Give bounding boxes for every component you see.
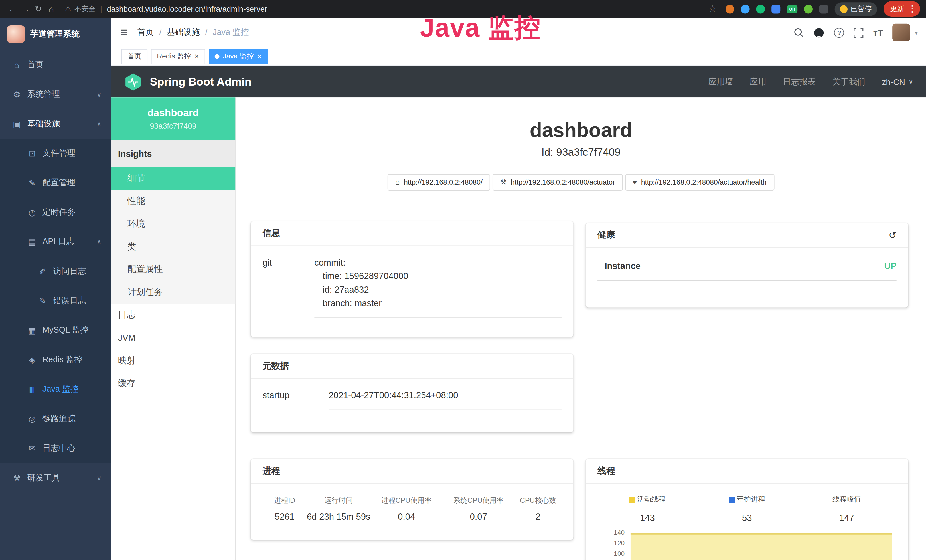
- active-threads-value: 143: [598, 513, 697, 523]
- sidebar-item-file-management[interactable]: ⊡ 文件管理: [0, 139, 111, 168]
- sba-brand[interactable]: Spring Boot Admin: [124, 72, 251, 91]
- browser-chrome: ← → ↻ ⌂ ⚠ 不安全 | dashboard.yudao.iocoder.…: [0, 0, 926, 18]
- extension-icon-green-circle[interactable]: [756, 5, 765, 14]
- locale-selector[interactable]: zh-CN ∨: [882, 77, 913, 86]
- chevron-up-icon: ∧: [97, 238, 101, 246]
- breadcrumb-separator: /: [159, 28, 162, 37]
- health-card-title: 健康: [598, 230, 615, 241]
- extension-icon-leaf[interactable]: [804, 5, 813, 14]
- sba-nav-wallboard[interactable]: 应用墙: [708, 76, 733, 87]
- breadcrumb-infrastructure[interactable]: 基础设施: [167, 27, 200, 38]
- sidebar-item-api-logs[interactable]: ▤ API 日志 ∧: [0, 227, 111, 256]
- address-bar[interactable]: ⚠ 不安全 | dashboard.yudao.iocoder.cn/infra…: [65, 4, 706, 14]
- tags-view: 首页 Redis 监控 × Java 监控 ×: [111, 47, 926, 66]
- instance-header[interactable]: dashboard 93a3fc7f7409: [111, 97, 235, 140]
- chrome-update-button[interactable]: 更新 ⋮: [884, 1, 920, 17]
- extension-icon-dark-puzzle[interactable]: [819, 5, 828, 14]
- smiley-icon: [840, 5, 847, 13]
- y-axis-tick: 140: [598, 529, 625, 536]
- sidebar-item-config-management[interactable]: ✎ 配置管理: [0, 168, 111, 197]
- bookmark-star-icon[interactable]: ☆: [706, 3, 719, 14]
- process-id-value: 5261: [262, 512, 307, 522]
- url-separator: |: [100, 5, 102, 14]
- breadcrumb-home[interactable]: 首页: [138, 27, 154, 38]
- avatar[interactable]: [892, 24, 910, 41]
- locale-label: zh-CN: [882, 77, 905, 86]
- sba-item-details[interactable]: 细节: [111, 167, 235, 190]
- tab-java-monitor[interactable]: Java 监控 ×: [209, 49, 268, 64]
- sba-item-jvm[interactable]: JVM: [111, 326, 235, 349]
- sidebar-item-home[interactable]: ⌂ 首页: [0, 50, 111, 80]
- wrench-icon: ⚒: [500, 178, 507, 186]
- sidebar-item-infrastructure[interactable]: ▣ 基础设施 ∧: [0, 109, 111, 139]
- help-icon[interactable]: ?: [834, 27, 844, 37]
- sba-item-beans[interactable]: 类: [111, 235, 235, 258]
- sidebar-item-redis-monitor[interactable]: ◈ Redis 监控: [0, 345, 111, 375]
- sba-item-environment[interactable]: 环境: [111, 212, 235, 235]
- app-logo: [7, 25, 25, 43]
- sba-item-metrics[interactable]: 性能: [111, 190, 235, 212]
- sidebar-item-label: 研发工具: [27, 473, 60, 483]
- close-icon[interactable]: ×: [195, 53, 199, 60]
- back-icon[interactable]: ←: [6, 4, 19, 14]
- sba-nav-applications[interactable]: 应用: [750, 76, 766, 87]
- instance-links: ⌂ http://192.168.0.2:48080/ ⚒ http://192…: [236, 174, 926, 191]
- extension-icon-orange[interactable]: [726, 5, 734, 14]
- dashboard-icon: ⌂: [12, 60, 22, 70]
- sba-nav-about[interactable]: 关于我们: [832, 76, 865, 87]
- threads-card: 线程 活动线程 143: [586, 459, 908, 560]
- extension-icon-on-switch[interactable]: on: [787, 5, 797, 13]
- github-icon[interactable]: [814, 27, 825, 38]
- sidebar-item-label: MySQL 监控: [42, 325, 88, 336]
- search-icon[interactable]: [794, 27, 804, 38]
- refresh-icon[interactable]: ↻: [32, 3, 45, 14]
- actuator-url-button[interactable]: ⚒ http://192.168.0.2:48080/actuator: [493, 174, 623, 191]
- clock-icon: ◷: [27, 208, 37, 217]
- sba-item-logs[interactable]: 日志: [111, 304, 235, 326]
- app-logo-row[interactable]: 芋道管理系统: [0, 18, 111, 50]
- sidebar-item-label: 访问日志: [53, 266, 86, 277]
- home-icon[interactable]: ⌂: [45, 4, 58, 14]
- sidebar-item-link-tracing[interactable]: ◎ 链路追踪: [0, 404, 111, 434]
- tab-redis-monitor[interactable]: Redis 监控 ×: [151, 49, 205, 64]
- forward-icon[interactable]: →: [19, 4, 32, 14]
- health-url-button[interactable]: ♥ http://192.168.0.2:48080/actuator/heal…: [625, 174, 774, 191]
- paused-extension-badge[interactable]: 已暂停: [835, 2, 877, 16]
- extension-icon-grid[interactable]: [772, 5, 780, 14]
- sba-item-caches[interactable]: 缓存: [111, 372, 235, 395]
- fullscreen-icon[interactable]: [854, 27, 864, 37]
- sidebar-item-access-logs[interactable]: ✐ 访问日志: [0, 257, 111, 286]
- service-url-button[interactable]: ⌂ http://192.168.0.2:48080/: [388, 174, 490, 191]
- history-refresh-icon[interactable]: ↺: [889, 230, 897, 241]
- sidebar-item-java-monitor[interactable]: ▥ Java 监控: [0, 375, 111, 404]
- not-secure-warning-icon: ⚠: [65, 5, 71, 13]
- breadcrumb-current: Java 监控: [213, 27, 249, 38]
- chevron-down-icon: ∨: [97, 91, 101, 98]
- sidebar-item-dev-tools[interactable]: ⚒ 研发工具 ∨: [0, 463, 111, 493]
- git-id-line: id: 27aa832: [314, 283, 561, 297]
- close-icon[interactable]: ×: [257, 53, 262, 60]
- sba-nav-journal[interactable]: 日志报表: [783, 76, 816, 87]
- breadcrumb-separator: /: [205, 28, 207, 37]
- extension-icon-blue-drop[interactable]: [741, 5, 750, 14]
- metadata-card-title: 元数据: [262, 360, 289, 372]
- sidebar-item-scheduled-tasks[interactable]: ◷ 定时任务: [0, 198, 111, 227]
- process-cpu-header: 进程CPU使用率: [371, 495, 442, 506]
- startup-value: 2021-04-27T00:44:31.254+08:00: [328, 388, 561, 402]
- tab-home[interactable]: 首页: [121, 49, 147, 64]
- process-card-title: 进程: [262, 466, 280, 477]
- sidebar-item-mysql-monitor[interactable]: ▦ MySQL 监控: [0, 316, 111, 345]
- sidebar-item-log-center[interactable]: ✉ 日志中心: [0, 434, 111, 463]
- browser-menu-kebab-icon[interactable]: ⋮: [908, 3, 917, 14]
- daemon-threads-legend-swatch: [729, 496, 735, 502]
- sba-item-scheduled-tasks[interactable]: 计划任务: [111, 281, 235, 304]
- hamburger-icon[interactable]: ≡: [120, 26, 128, 39]
- avatar-caret-icon[interactable]: ▾: [915, 29, 918, 36]
- sidebar-item-system-management[interactable]: ⚙ 系统管理 ∨: [0, 80, 111, 109]
- sidebar-item-error-logs[interactable]: ✎ 错误日志: [0, 286, 111, 316]
- sba-logo-icon: [124, 72, 142, 91]
- sba-item-config-props[interactable]: 配置属性: [111, 258, 235, 281]
- chevron-up-icon: ∧: [97, 120, 101, 128]
- font-size-icon[interactable]: тT: [873, 27, 883, 37]
- sba-item-mappings[interactable]: 映射: [111, 349, 235, 372]
